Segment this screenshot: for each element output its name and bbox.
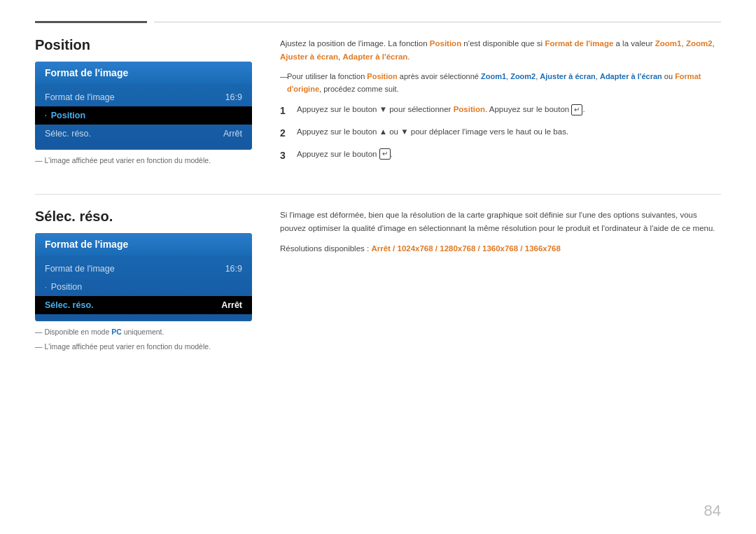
section-position-right: Ajustez la position de l'image. La fonct…: [280, 37, 721, 170]
menu-divider-1: [35, 148, 252, 150]
position-note-dash: —: [35, 156, 44, 164]
step-2-number: 2: [280, 126, 291, 141]
note1-pc-highlight: PC: [111, 328, 122, 336]
menu-box-position: Format de l'image Format de l'image 16:9…: [35, 62, 252, 150]
menu-item-format-image-2-value: 16:9: [225, 264, 242, 274]
enter-icon-3: ↵: [379, 148, 391, 160]
page-container: Position Format de l'image Format de l'i…: [0, 0, 756, 534]
bullet-position-highlight: Position: [367, 72, 397, 80]
menu-item-selec-reso-active-value: Arrêt: [221, 300, 242, 310]
step-3: 3 Appuyez sur le bouton ↵.: [280, 148, 721, 164]
rule-thin: [154, 22, 721, 22]
bullet-ajuster-highlight: Ajuster à écran: [540, 72, 595, 80]
position-bullet-note: Pour utiliser la fonction Position après…: [280, 71, 721, 95]
menu-item-position[interactable]: · Position: [35, 106, 252, 125]
step-1-text: Appuyez sur le bouton ▼ pour sélectionne…: [297, 104, 585, 119]
menu-items-selec-reso: Format de l'image 16:9 · Position Sélec.…: [35, 255, 252, 318]
enter-icon-1: ↵: [571, 104, 582, 115]
step1-position-highlight: Position: [454, 105, 485, 113]
menu-items-position: Format de l'image 16:9 · Position Sélec.…: [35, 84, 252, 147]
resolutions-values: Arrêt / 1024x768 / 1280x768 / 1360x768 /…: [371, 244, 561, 253]
menu-divider-2: [35, 320, 252, 321]
step-1-number: 1: [280, 104, 291, 119]
desc-zoom1-highlight: Zoom1: [655, 39, 682, 48]
bullet-zoom1-highlight: Zoom1: [481, 72, 506, 80]
resolutions-line: Résolutions disponibles : Arrêt / 1024x7…: [280, 242, 721, 255]
menu-item-selec-reso-1-label: Sélec. réso.: [45, 129, 91, 139]
menu-item-position-2-label: · Position: [45, 282, 82, 292]
menu-item-format-image-value: 16:9: [225, 92, 242, 102]
section-position-title: Position: [35, 37, 252, 53]
position-dot: ·: [45, 112, 47, 120]
bullet-adapter-highlight: Adapter à l'écran: [600, 72, 662, 80]
section-selec-reso-left: Sélec. réso. Format de l'image Format de…: [35, 209, 252, 351]
menu-item-selec-reso-active[interactable]: Sélec. réso. Arrêt: [35, 296, 252, 314]
step-3-text: Appuyez sur le bouton ↵.: [297, 148, 393, 164]
selec-reso-note-2: — L'image affichée peut varier en foncti…: [35, 342, 252, 352]
desc-format-highlight: Format de l'image: [545, 39, 613, 48]
section-divider: [35, 194, 721, 195]
section-position-left: Position Format de l'image Format de l'i…: [35, 37, 252, 170]
step-3-number: 3: [280, 148, 291, 164]
menu-item-format-image-label: Format de l'image: [45, 92, 115, 102]
desc-position-highlight: Position: [430, 39, 461, 48]
step-2: 2 Appuyez sur le bouton ▲ ou ▼ pour dépl…: [280, 126, 721, 141]
menu-item-selec-reso-1[interactable]: Sélec. réso. Arrêt: [35, 125, 252, 143]
menu-box-selec-reso: Format de l'image Format de l'image 16:9…: [35, 233, 252, 321]
menu-item-format-image[interactable]: Format de l'image 16:9: [35, 88, 252, 106]
section-selec-reso-right: Si l'image est déformée, bien que la rés…: [280, 209, 721, 351]
position-dot-2: ·: [45, 283, 47, 291]
menu-item-position-label: · Position: [45, 111, 85, 120]
step-2-text: Appuyez sur le bouton ▲ ou ▼ pour déplac…: [297, 126, 568, 141]
section-position: Position Format de l'image Format de l'i…: [35, 37, 721, 170]
menu-item-position-2[interactable]: · Position: [35, 278, 252, 296]
menu-item-format-image-2-label: Format de l'image: [45, 264, 115, 274]
resolutions-label: Résolutions disponibles :: [280, 244, 371, 253]
desc-zoom2-highlight: Zoom2: [686, 39, 713, 48]
note1-dash: —: [35, 328, 44, 336]
menu-item-format-image-2[interactable]: Format de l'image 16:9: [35, 260, 252, 278]
desc-adapter-highlight: Adapter à l'écran: [343, 52, 408, 61]
page-number: 84: [704, 502, 721, 520]
selec-reso-note-1: — Disponible en mode PC uniquement.: [35, 327, 252, 337]
position-description: Ajustez la position de l'image. La fonct…: [280, 37, 721, 64]
menu-header-selec-reso: Format de l'image: [35, 233, 252, 255]
note2-dash: —: [35, 342, 44, 351]
rule-thick: [35, 21, 147, 23]
position-note: — L'image affichée peut varier en foncti…: [35, 155, 252, 166]
step-1: 1 Appuyez sur le bouton ▼ pour sélection…: [280, 104, 721, 119]
menu-header-position: Format de l'image: [35, 62, 252, 84]
position-steps: 1 Appuyez sur le bouton ▼ pour sélection…: [280, 104, 721, 163]
menu-item-selec-reso-1-value: Arrêt: [223, 129, 242, 139]
top-rule: [35, 21, 721, 23]
section-selec-reso: Sélec. réso. Format de l'image Format de…: [35, 209, 721, 351]
desc-ajuster-highlight: Ajuster à écran: [280, 52, 338, 61]
section-selec-reso-title: Sélec. réso.: [35, 209, 252, 225]
bullet-zoom2-highlight: Zoom2: [510, 72, 536, 80]
menu-item-selec-reso-active-label: Sélec. réso.: [45, 300, 94, 310]
selec-reso-description: Si l'image est déformée, bien que la rés…: [280, 209, 721, 235]
